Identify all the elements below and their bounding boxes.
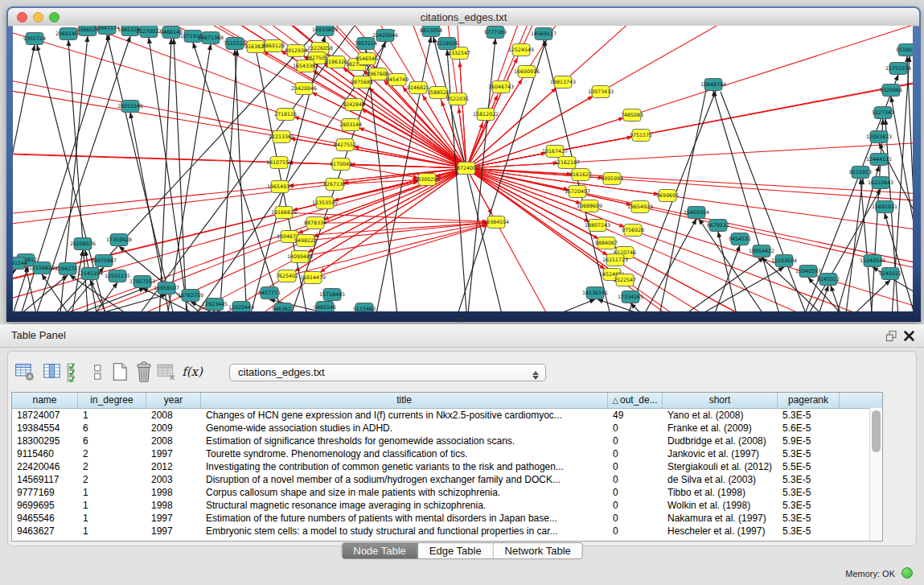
graph-node[interactable]: 9466140 [160,27,183,39]
graph-node[interactable]: 9331544 [13,257,27,270]
graph-node[interactable]: 12524549 [508,44,534,56]
graph-node[interactable]: 8813054 [420,26,442,37]
network-svg[interactable]: 1872400718300295193845549163822886012889… [13,26,913,311]
graph-node[interactable]: 10954422 [749,245,774,257]
table-row[interactable]: 1938455462009Genome-wide association stu… [12,422,882,435]
column-header-title[interactable]: title [201,393,608,408]
column-header-out_de[interactable]: △out_de... [608,393,663,408]
graph-node[interactable]: 15692931 [872,201,897,213]
table-row[interactable]: 1456911722003Disruption of a novel membe… [12,473,882,486]
table-row[interactable]: 969969511998Structural magnetic resonanc… [12,499,882,512]
graph-node[interactable]: 8878334 [304,217,326,229]
graph-node[interactable]: 9884067 [595,237,618,249]
graph-node[interactable]: 12213365 [269,131,294,143]
graph-node[interactable]: 16151723 [602,254,628,266]
table-row[interactable]: 977716911998Corpus callosum shape and si… [12,486,882,499]
table-row[interactable]: 1830029562008Estimation of significance … [12,435,882,447]
graph-node[interactable]: 20053346 [117,101,143,113]
graph-node[interactable]: 9245012 [817,274,840,286]
graph-node[interactable]: 12145194 [77,268,103,280]
table-row[interactable]: 1872400712008Changes of HCN gene express… [12,409,882,422]
graph-node[interactable]: 19384554 [483,216,509,229]
graph-node[interactable]: 19654933 [267,181,293,193]
graph-node[interactable]: 8267130 [323,179,346,191]
column-header-year[interactable]: year [146,393,201,408]
graph-node[interactable]: 14136141 [582,287,608,299]
graph-node[interactable]: 18300295 [414,174,440,186]
column-header-name[interactable]: name [12,393,78,408]
memory-status-dot[interactable] [901,567,913,579]
graph-node[interactable]: 16958107 [154,282,179,295]
graph-node[interactable]: 17957253 [129,276,155,288]
graph-node[interactable]: 9329966 [880,84,902,97]
graph-node[interactable]: 8912934 [285,45,307,57]
graph-node[interactable]: 7485083 [621,109,643,122]
graph-node[interactable]: 22420046 [372,30,398,42]
table-row[interactable]: 911546021997Tourette syndrome. Phenomeno… [12,447,882,460]
close-panel-icon[interactable] [903,330,915,342]
function-builder-button[interactable]: f(x) [180,361,201,382]
graph-node[interactable]: 23420046 [291,83,317,95]
float-panel-icon[interactable] [885,330,897,342]
create-new-button[interactable] [109,361,130,382]
graph-node[interactable]: 20206576 [70,238,96,250]
graph-node[interactable]: 7515522 [224,38,246,50]
table-selector-dropdown[interactable]: citations_edges.txt [229,364,546,381]
graph-node[interactable]: 12923445 [202,299,228,311]
graph-node[interactable]: 12920449 [228,302,254,312]
graph-node[interactable]: 8427552 [334,139,356,151]
graph-node[interactable]: 15270022 [136,26,162,38]
column-header-in_degree[interactable]: in_degree [78,393,146,408]
tab-node-table[interactable]: Node Table [342,543,418,558]
graph-node[interactable]: 8454749 [386,74,409,86]
graph-node[interactable]: 9751575 [630,130,652,142]
select-all-button[interactable] [64,361,85,382]
graph-node[interactable]: 12156829 [29,262,55,274]
graph-node[interactable]: 15720407 [565,186,590,198]
graph-node[interactable]: 10648784 [700,79,726,91]
table-mode-button[interactable] [14,361,35,382]
graph-node[interactable]: 14569117 [531,28,556,40]
graph-node[interactable]: 19654923 [627,201,653,213]
graph-node[interactable]: 9146821 [407,82,429,94]
graph-node[interactable]: 8860128 [262,40,285,52]
graph-node[interactable]: 9454532 [729,233,751,245]
graph-node[interactable]: 12505135 [105,270,130,282]
graph-node[interactable]: 16782759 [178,290,203,302]
graph-node[interactable]: 8679132 [707,220,729,232]
network-canvas[interactable]: 1872400718300295193845549163822886012889… [13,26,913,311]
graph-node[interactable]: 14099488 [287,251,313,263]
graph-node[interactable]: 12444135 [866,154,892,166]
graph-node[interactable]: 16914479 [300,272,326,284]
graph-node[interactable]: 7625402 [276,270,298,282]
delete-button[interactable] [133,361,154,382]
graph-node[interactable]: 18107553 [266,157,292,169]
graph-node[interactable]: 18724007 [454,163,479,175]
graph-node[interactable]: 10973433 [588,86,614,98]
graph-node[interactable]: 9355724 [23,33,46,45]
graph-node[interactable]: 18807243 [585,220,610,232]
column-header-pagerank[interactable]: pagerank [778,393,840,408]
graph-node[interactable]: 16046743 [488,81,514,93]
graph-node[interactable]: 2522547 [614,274,636,286]
graph-node[interactable]: 2803144 [339,119,362,131]
graph-node[interactable]: 9699695 [656,190,679,202]
graph-node[interactable]: 12093823 [866,131,892,143]
graph-node[interactable]: 16033809 [312,26,338,36]
graph-node[interactable]: 9465546 [314,302,336,312]
graph-node[interactable]: 19166825 [271,207,297,219]
graph-node[interactable]: 16409354 [684,207,709,219]
graph-node[interactable]: 10167427 [542,146,568,158]
graph-node[interactable]: 12162187 [554,157,580,169]
graph-node[interactable]: 15718485 [319,289,345,301]
graph-node[interactable]: 9242848 [343,99,365,111]
graph-node[interactable]: 9498222 [294,235,317,247]
graph-node[interactable]: 16210643 [868,177,893,189]
graph-node[interactable]: 9777169 [484,27,507,39]
column-header-short[interactable]: short [663,393,778,408]
table-row[interactable]: 946554611997Estimation of the future num… [12,512,882,525]
tab-edge-table[interactable]: Edge Table [418,543,494,558]
graph-node[interactable]: 12103504 [771,255,797,267]
tab-network-table[interactable]: Network Table [494,543,582,558]
graph-node[interactable]: 8186328 [325,56,347,68]
